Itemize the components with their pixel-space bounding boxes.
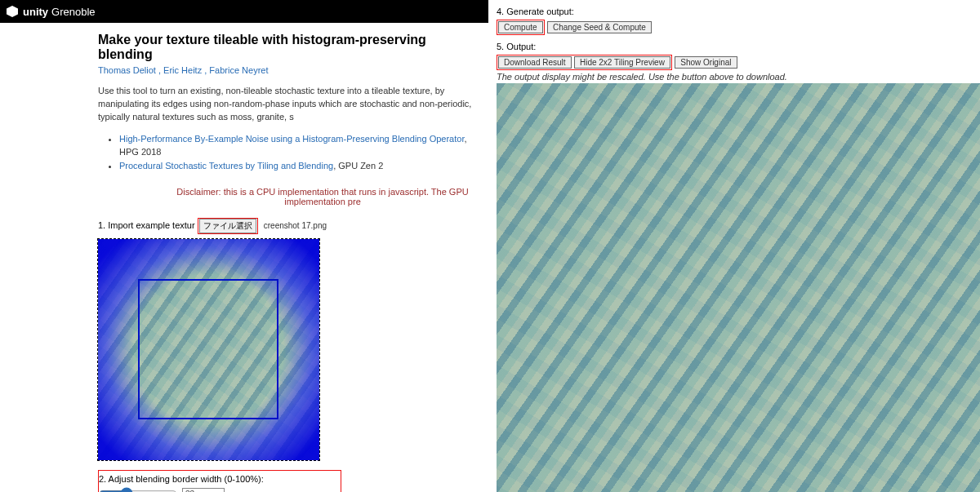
output-note: The output display might be rescaled. Us… — [497, 72, 980, 82]
reference-link[interactable]: Procedural Stochastic Textures by Tiling… — [119, 161, 333, 171]
show-original-button[interactable]: Show Original — [675, 56, 737, 69]
input-texture-preview — [98, 239, 319, 460]
site-label: Grenoble — [51, 6, 95, 18]
author-link[interactable]: Eric Heitz — [163, 65, 202, 75]
step-output-label: 5. Output: — [497, 42, 980, 51]
texture-image — [98, 239, 319, 460]
author-link[interactable]: Thomas Deliot — [98, 65, 156, 75]
step-import: 1. Import example textur ファイル選択 creensho… — [98, 218, 482, 234]
page-title: Make your texture tileable with histogra… — [98, 33, 482, 62]
intro-text: Use this tool to turn an existing, non-t… — [98, 85, 482, 124]
reference-link[interactable]: High-Performance By-Example Noise using … — [119, 134, 464, 144]
download-result-button[interactable]: Download Result — [498, 56, 572, 69]
brand-label: unity — [23, 6, 48, 18]
authors-line: Thomas Deliot , Eric Heitz , Fabrice Ney… — [98, 65, 482, 75]
import-label: 1. Import example textur — [98, 220, 195, 230]
references-list: High-Performance By-Example Noise using … — [98, 132, 482, 173]
highlight-box: Compute — [497, 20, 545, 35]
author-link[interactable]: Fabrice Neyret — [209, 65, 268, 75]
border-slider-row: 33 — [99, 487, 336, 492]
highlight-box: 2. Adjust blending border width (0-100%)… — [98, 470, 341, 492]
border-width-input[interactable]: 33 — [182, 488, 225, 492]
left-column: Make your texture tileable with histogra… — [0, 23, 482, 492]
output-button-row: Download Result Hide 2x2 Tiling Preview … — [497, 55, 980, 70]
right-column: 4. Generate output: Compute Change Seed … — [488, 0, 980, 492]
compute-button[interactable]: Compute — [498, 21, 543, 33]
reference-item: High-Performance By-Example Noise using … — [119, 132, 482, 159]
disclaimer-text: Disclaimer: this is a CPU implementation… — [163, 187, 482, 206]
file-select-button[interactable]: ファイル選択 — [199, 219, 256, 233]
hide-tiling-preview-button[interactable]: Hide 2x2 Tiling Preview — [574, 56, 670, 69]
highlight-box: ファイル選択 — [198, 218, 258, 234]
step-border-label: 2. Adjust blending border width (0-100%)… — [99, 474, 336, 484]
highlight-box: Download Result Hide 2x2 Tiling Preview — [497, 55, 672, 70]
output-texture-preview — [497, 83, 980, 492]
generate-button-row: Compute Change Seed & Compute — [497, 20, 980, 35]
change-seed-compute-button[interactable]: Change Seed & Compute — [547, 21, 652, 33]
selected-filename: creenshot 17.png — [264, 221, 327, 230]
border-width-slider[interactable] — [99, 487, 177, 492]
unity-logo-icon — [7, 6, 18, 17]
reference-item: Procedural Stochastic Textures by Tiling… — [119, 159, 482, 173]
step-generate-label: 4. Generate output: — [497, 7, 980, 16]
